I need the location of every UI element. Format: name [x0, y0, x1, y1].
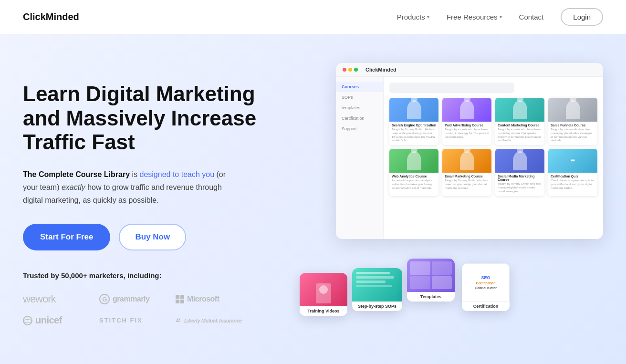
mockup-app-body: Courses SOPs templates Certification Sup…: [336, 77, 603, 239]
mockup-sidebar: Courses SOPs templates Certification Sup…: [336, 77, 384, 239]
nav-links: Products ▾ Free Resources ▾ Contact Logi…: [397, 8, 603, 26]
nav-contact[interactable]: Contact: [519, 13, 544, 21]
course-info-content: Content Marketing Course Taught by exper…: [495, 122, 544, 145]
float-card-sops: Step-by-step SOPs: [352, 268, 402, 311]
mockup-app-name: ClickMinded: [365, 67, 396, 73]
microsoft-grid-icon: [176, 295, 184, 303]
hero-desc-italic: exactly: [62, 183, 85, 191]
logo-grammarly: G grammarly: [99, 293, 176, 305]
nav-products[interactable]: Products ▾: [397, 13, 429, 21]
course-card-seo[interactable]: Search Engine Optimization Taught by Tom…: [389, 98, 438, 145]
certification-label: Certification: [462, 302, 510, 311]
course-thumb-content: [495, 98, 544, 122]
course-info-analytics: Web Analytics Course As one of the premi…: [389, 173, 438, 192]
course-info-quiz: Certification Quiz Check the most up-to-…: [548, 173, 597, 192]
mockup-sidebar-support[interactable]: Support: [336, 124, 383, 134]
navbar: ClickMinded Products ▾ Free Resources ▾ …: [0, 0, 626, 34]
person-icon: [407, 151, 421, 170]
logo-stitch-fix: STITCH FIX: [99, 315, 176, 326]
person-icon: [407, 100, 421, 119]
course-library-mockup: ClickMinded Courses SOPs templates Certi…: [336, 63, 603, 239]
course-info-paid: Paid Advertising Course Taught by expert…: [442, 122, 491, 141]
chevron-down-icon: ▾: [427, 14, 429, 20]
buy-now-button[interactable]: Buy Now: [119, 224, 186, 250]
logo-wework: wework: [23, 293, 99, 305]
hero-desc-bold: The Complete Course Library: [23, 170, 130, 178]
hero-content-left: Learn Digital Marketing and Massively In…: [23, 73, 271, 326]
person-icon: [460, 151, 474, 170]
chevron-down-icon: ▾: [500, 14, 502, 20]
training-videos-label: Training Videos: [300, 306, 347, 316]
sops-thumb: [352, 268, 402, 302]
trusted-by-text: Trusted by 50,000+ marketers, including:: [23, 271, 271, 280]
nav-free-resources[interactable]: Free Resources ▾: [447, 13, 502, 21]
mockup-sidebar-sops[interactable]: SOPs: [336, 92, 383, 103]
mockup-sidebar-certification[interactable]: Certification: [336, 113, 383, 124]
course-thumb-quiz: ≡: [548, 149, 597, 173]
course-thumb-email: [442, 149, 491, 173]
sops-label: Step-by-step SOPs: [352, 302, 402, 311]
course-thumb-sales: [548, 98, 597, 122]
course-card-paid[interactable]: Paid Advertising Course Taught by expert…: [442, 98, 491, 145]
hero-link[interactable]: designed to teach you: [140, 170, 215, 178]
course-cards-grid: Search Engine Optimization Taught by Tom…: [389, 98, 597, 196]
templates-thumb: [407, 259, 455, 292]
course-info-email: Email Marketing Course Taught by Tommy G…: [442, 173, 491, 192]
globe-icon: [23, 316, 32, 325]
course-thumb-seo: [389, 98, 438, 122]
hero-title: Learn Digital Marketing and Massively In…: [23, 82, 271, 155]
mockup-sidebar-courses[interactable]: Courses: [336, 82, 383, 92]
course-thumb-paid: [442, 98, 491, 122]
float-card-templates: Templates: [407, 259, 455, 302]
float-card-training-videos: Training Videos: [300, 273, 347, 316]
mockup-titlebar: ClickMinded: [336, 63, 603, 77]
cta-buttons: Start For Free Buy Now: [23, 224, 271, 250]
mockup-sidebar-templates[interactable]: templates: [336, 103, 383, 113]
course-card-analytics[interactable]: Web Analytics Course As one of the premi…: [389, 149, 438, 196]
mockup-search-bar[interactable]: [389, 83, 514, 93]
templates-label: Templates: [407, 292, 455, 302]
logo-liberty: ⚖ Liberty Mutual. Insurance: [176, 315, 252, 326]
course-card-sales[interactable]: Sales Funnels Course Taught by a team wh…: [548, 98, 597, 145]
minimize-dot: [348, 68, 352, 72]
person-icon: [513, 151, 527, 170]
logo-unicef: unicef: [23, 315, 99, 326]
course-card-quiz[interactable]: ≡ Certification Quiz Check the most up-t…: [548, 149, 597, 196]
maximize-dot: [354, 68, 358, 72]
login-button[interactable]: Login: [561, 8, 603, 26]
hero-mockup-right: ClickMinded Courses SOPs templates Certi…: [290, 63, 603, 325]
float-card-certification: SEO Certification Gabriel Kiefer Certifi…: [462, 263, 510, 311]
grammarly-g-icon: G: [99, 294, 110, 304]
course-thumb-social: [495, 149, 544, 173]
start-free-button[interactable]: Start For Free: [23, 224, 110, 250]
logo-microsoft: Microsoft: [176, 293, 252, 305]
course-card-social[interactable]: Social Media Marketing Course Taught by …: [495, 149, 544, 196]
hero-section: Learn Digital Marketing and Massively In…: [0, 34, 626, 345]
client-logos: wework G grammarly Microsoft unicef STIT…: [23, 293, 271, 326]
person-icon: [460, 100, 474, 119]
course-info-seo: Search Engine Optimization Taught by Tom…: [389, 122, 438, 145]
person-icon: [513, 100, 527, 119]
course-info-sales: Sales Funnels Course Taught by a team wh…: [548, 122, 597, 145]
window-dots: [343, 68, 358, 72]
mockup-courses-grid: Search Engine Optimization Taught by Tom…: [384, 77, 603, 239]
hero-description: The Complete Course Library is designed …: [23, 168, 242, 207]
course-info-social: Social Media Marketing Course Taught by …: [495, 173, 544, 196]
course-card-email[interactable]: Email Marketing Course Taught by Tommy G…: [442, 149, 491, 196]
training-videos-thumb: [300, 273, 347, 306]
person-icon: [566, 100, 580, 119]
close-dot: [343, 68, 346, 72]
course-thumb-analytics: [389, 149, 438, 173]
course-card-content[interactable]: Content Marketing Course Taught by exper…: [495, 98, 544, 145]
site-logo[interactable]: ClickMinded: [23, 11, 79, 22]
cert-thumb: SEO Certification Gabriel Kiefer: [462, 263, 510, 302]
